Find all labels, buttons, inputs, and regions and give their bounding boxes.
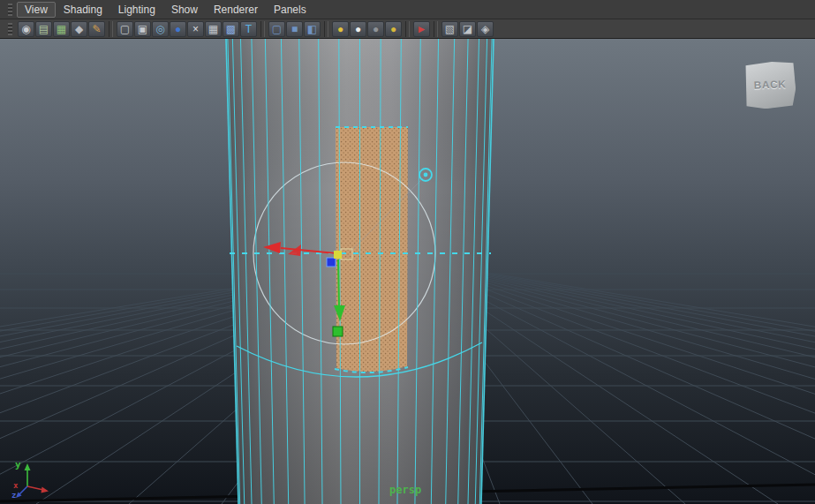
resolution-gate-icon[interactable]: ▣ xyxy=(134,21,151,37)
color-display-icon[interactable]: ● xyxy=(350,21,366,37)
menu-show[interactable]: Show xyxy=(163,2,206,18)
xray-display-icon[interactable]: ▧ xyxy=(441,21,458,37)
manip-z-handle[interactable] xyxy=(327,258,336,267)
camera-name-label: persp xyxy=(389,484,421,496)
toolbar-separator xyxy=(260,21,265,37)
view-cube-icon[interactable]: ◆ xyxy=(71,21,87,37)
menu-renderer[interactable]: Renderer xyxy=(206,2,266,18)
back-button[interactable]: BACK xyxy=(743,60,796,109)
perspective-viewport[interactable]: BACK persp y x z xyxy=(0,39,815,504)
manip-y-handle[interactable] xyxy=(333,327,343,336)
axis-y-label: y xyxy=(15,459,21,470)
axis-x-label: x xyxy=(13,481,19,490)
frame-all-icon[interactable]: ▩ xyxy=(223,21,239,37)
toolbar-separator xyxy=(324,21,328,37)
field-chart-icon[interactable]: ● xyxy=(170,21,186,37)
textured-display-icon[interactable]: T xyxy=(240,21,257,37)
menu-view[interactable]: View xyxy=(17,2,56,18)
toolbar-separator xyxy=(434,21,438,37)
menu-bar-grip[interactable] xyxy=(8,4,12,16)
safe-title-icon[interactable]: ▦ xyxy=(205,21,222,37)
smooth-shade-icon[interactable]: ■ xyxy=(286,21,303,37)
viewport-canvas[interactable] xyxy=(0,39,815,504)
gate-mask-icon[interactable]: ◎ xyxy=(152,21,169,37)
film-gate-icon[interactable]: ▢ xyxy=(117,21,133,37)
axis-y-arrow xyxy=(25,463,31,470)
bookmarks-icon[interactable]: ▤ xyxy=(35,21,52,37)
menu-shading[interactable]: Shading xyxy=(56,2,110,18)
toolbar-grip[interactable] xyxy=(8,23,12,35)
wireframe-display-icon[interactable]: ▢ xyxy=(268,21,285,37)
panel-menu-bar: View Shading Lighting Show Renderer Pane… xyxy=(0,0,815,19)
highlight-selection-icon[interactable]: ► xyxy=(413,21,430,37)
image-plane-icon[interactable]: ▦ xyxy=(53,21,70,37)
camera-icon[interactable]: ◉ xyxy=(18,21,34,37)
selected-face-strip[interactable] xyxy=(336,127,408,372)
share-view-icon[interactable]: ◈ xyxy=(477,21,494,37)
no-lights-icon[interactable]: ● xyxy=(367,21,384,37)
axis-x-arrow xyxy=(42,487,49,493)
all-lights-icon[interactable]: ● xyxy=(385,21,402,37)
manip-center-handle[interactable] xyxy=(334,251,342,259)
safe-action-icon[interactable]: × xyxy=(187,21,204,37)
grease-pencil-icon[interactable]: ✎ xyxy=(88,21,105,37)
viewport-toolbar: ◉▤▦◆✎▢▣◎●×▦▩T▢■◧●●●●►▧◪◈ xyxy=(0,19,815,39)
bounding-box-icon[interactable]: ◧ xyxy=(304,21,321,37)
toolbar-separator xyxy=(109,21,113,37)
menu-panels[interactable]: Panels xyxy=(266,2,314,18)
toolbar-separator xyxy=(405,21,410,37)
menu-lighting[interactable]: Lighting xyxy=(110,2,163,18)
isolate-select-icon[interactable]: ◪ xyxy=(459,21,476,37)
view-axis-gizmo: y x z xyxy=(11,455,53,500)
default-material-icon[interactable]: ● xyxy=(332,21,349,37)
viewport-toolbar-icons: ◉▤▦◆✎▢▣◎●×▦▩T▢■◧●●●●►▧◪◈ xyxy=(18,21,494,37)
axis-z-label: z xyxy=(11,491,16,500)
